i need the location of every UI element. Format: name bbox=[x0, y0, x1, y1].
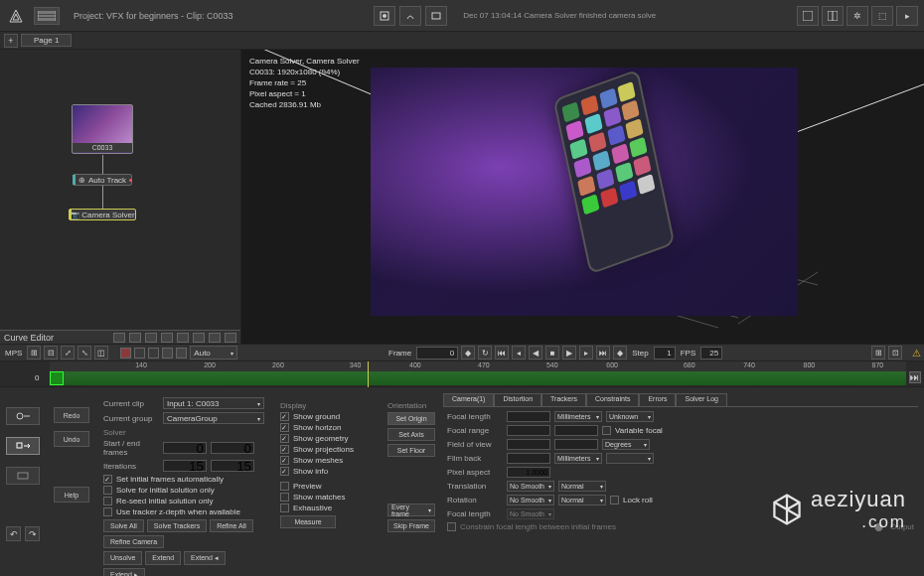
fov-units-dropdown[interactable]: Degrees bbox=[602, 439, 650, 450]
key-next-button[interactable]: ◆ bbox=[613, 346, 627, 360]
viewport[interactable]: Camera Solver, Camera Solver C0033: 1920… bbox=[241, 50, 924, 344]
link-view-button[interactable] bbox=[399, 6, 421, 26]
zdepth-checkbox[interactable] bbox=[103, 507, 112, 516]
curve-tool-3[interactable] bbox=[145, 333, 157, 343]
tab-camera[interactable]: Camera(1) bbox=[443, 393, 494, 406]
select-tool[interactable] bbox=[6, 407, 40, 425]
every-frame-dropdown[interactable]: Every frame▾ bbox=[387, 504, 435, 516]
clip-node[interactable]: C0033 bbox=[72, 104, 133, 154]
tab-constraints[interactable]: Constraints bbox=[586, 393, 639, 406]
timeline-playhead[interactable] bbox=[368, 361, 369, 387]
tab-distortion[interactable]: Distortion bbox=[494, 393, 541, 406]
add-page-button[interactable]: + bbox=[4, 34, 18, 48]
stop-button[interactable]: ■ bbox=[545, 346, 559, 360]
skip-frame-button[interactable]: Skip Frame bbox=[387, 519, 435, 532]
tl-contract-button[interactable]: ⊟ bbox=[44, 346, 58, 360]
help-button[interactable]: Help bbox=[54, 487, 89, 503]
preview-checkbox[interactable] bbox=[280, 482, 289, 491]
clip-view-button[interactable] bbox=[425, 6, 447, 26]
goto-end-button[interactable]: ⏭ bbox=[596, 346, 610, 360]
fov-input[interactable] bbox=[507, 439, 550, 450]
show-geometry-checkbox[interactable] bbox=[280, 434, 289, 443]
extend-left-button[interactable]: Extend ◂ bbox=[184, 551, 226, 565]
goto-start-button[interactable]: ⏮ bbox=[495, 346, 509, 360]
set-axis-button[interactable]: Set Axis bbox=[387, 428, 435, 441]
frame-input[interactable] bbox=[416, 347, 458, 360]
redo-arrow-button[interactable]: ↷ bbox=[25, 526, 40, 541]
timeline-start-handle[interactable] bbox=[50, 371, 64, 385]
layout-b-button[interactable] bbox=[822, 6, 844, 26]
auto-initial-checkbox[interactable] bbox=[103, 475, 112, 484]
layout-mode-button[interactable] bbox=[34, 7, 60, 25]
tab-errors[interactable]: Errors bbox=[639, 393, 676, 406]
pixel-aspect-input[interactable] bbox=[507, 467, 550, 478]
color-swatch-red[interactable] bbox=[120, 348, 131, 359]
film-back-extra-dropdown[interactable] bbox=[606, 453, 654, 464]
curve-tool-8[interactable] bbox=[225, 333, 236, 343]
step-input[interactable] bbox=[654, 347, 676, 360]
auto-track-node[interactable]: ⊕ Auto Track bbox=[73, 174, 132, 186]
camera-solver-node[interactable]: 📷 Camera Solver bbox=[69, 209, 136, 220]
undo-button[interactable]: Undo bbox=[54, 431, 89, 447]
show-projections-checkbox[interactable] bbox=[280, 445, 289, 454]
curve-tool-6[interactable] bbox=[193, 333, 205, 343]
timeline-track[interactable] bbox=[50, 371, 906, 385]
rotation-mode-dropdown[interactable]: Normal bbox=[558, 495, 606, 505]
color-swatch-gray[interactable] bbox=[162, 348, 173, 359]
layout-a-button[interactable] bbox=[797, 6, 819, 26]
initial-only-checkbox[interactable] bbox=[103, 486, 112, 495]
tab-solver-log[interactable]: Solver Log bbox=[676, 393, 726, 406]
reseed-checkbox[interactable] bbox=[103, 497, 112, 505]
set-floor-button[interactable]: Set Floor bbox=[387, 444, 435, 457]
timeline-end-handle[interactable]: ⏭ bbox=[909, 371, 921, 383]
show-meshes-checkbox[interactable] bbox=[280, 456, 289, 465]
tl-stretch-button[interactable]: ⤢ bbox=[61, 346, 75, 360]
show-ground-checkbox[interactable] bbox=[280, 412, 289, 421]
focal-range-min[interactable] bbox=[507, 425, 550, 436]
focal-smooth-dropdown[interactable]: No Smooth bbox=[507, 508, 554, 519]
curve-tool-5[interactable] bbox=[177, 333, 189, 343]
lock-roll-checkbox[interactable] bbox=[610, 496, 619, 504]
curve-editor-label[interactable]: Curve Editor bbox=[4, 333, 54, 343]
tl-right-2[interactable]: ⊡ bbox=[888, 346, 902, 360]
show-matches-checkbox[interactable] bbox=[280, 493, 289, 502]
exhaustive-checkbox[interactable] bbox=[280, 504, 289, 512]
node-graph[interactable]: C0033 ⊕ Auto Track 📷 Camera Solver Curve… bbox=[0, 50, 241, 344]
page-tab-1[interactable]: Page 1 bbox=[21, 34, 72, 47]
focal-length-input[interactable] bbox=[507, 411, 550, 422]
extend-right-button[interactable]: Extend ▸ bbox=[103, 568, 145, 576]
undo-arrow-button[interactable]: ↶ bbox=[6, 526, 21, 541]
mask-tool[interactable] bbox=[6, 467, 40, 485]
translation-smooth-dropdown[interactable]: No Smooth bbox=[507, 481, 554, 492]
step-back-button[interactable]: ◂ bbox=[512, 346, 526, 360]
color-swatch-dark2[interactable] bbox=[148, 348, 159, 359]
tl-right-1[interactable]: ⊞ bbox=[871, 346, 885, 360]
export-icon[interactable]: ⬚ bbox=[871, 6, 893, 26]
play-forward-button[interactable]: ▶ bbox=[562, 346, 576, 360]
tl-auto-dropdown[interactable]: Auto▾ bbox=[190, 346, 237, 360]
focal-range-max[interactable] bbox=[554, 425, 598, 436]
solve-all-button[interactable]: Solve All bbox=[103, 519, 144, 532]
focal-units-dropdown[interactable]: Millimeters bbox=[554, 411, 602, 422]
tl-collapse-button[interactable]: ⤡ bbox=[77, 346, 91, 360]
variable-focal-checkbox[interactable] bbox=[602, 426, 611, 435]
node-view-button[interactable] bbox=[374, 6, 395, 26]
curve-tool-4[interactable] bbox=[161, 333, 173, 343]
curve-tool-1[interactable] bbox=[113, 333, 125, 343]
unsolve-button[interactable]: Unsolve bbox=[103, 551, 142, 565]
focal-mode-dropdown[interactable]: Unknown bbox=[606, 411, 654, 422]
tab-trackers[interactable]: Trackers bbox=[541, 393, 586, 406]
solve-trackers-button[interactable]: Solve Trackers bbox=[147, 519, 207, 532]
extend-button[interactable]: Extend bbox=[145, 551, 181, 565]
play-icon[interactable]: ▸ bbox=[896, 6, 918, 26]
timeline-ruler[interactable]: 140 200 260 340 400 470 540 600 680 740 … bbox=[50, 361, 906, 371]
key-prev-button[interactable]: ◆ bbox=[461, 346, 475, 360]
measure-button[interactable]: Measure bbox=[280, 515, 336, 528]
film-back-units-dropdown[interactable]: Millimeters bbox=[554, 453, 602, 464]
fps-input[interactable] bbox=[700, 347, 722, 360]
translation-mode-dropdown[interactable]: Normal bbox=[558, 481, 606, 492]
start-frame-input[interactable] bbox=[163, 442, 207, 454]
step-forward-button[interactable]: ▸ bbox=[579, 346, 593, 360]
color-swatch-gray2[interactable] bbox=[176, 348, 187, 359]
iterations-input[interactable] bbox=[163, 460, 207, 472]
